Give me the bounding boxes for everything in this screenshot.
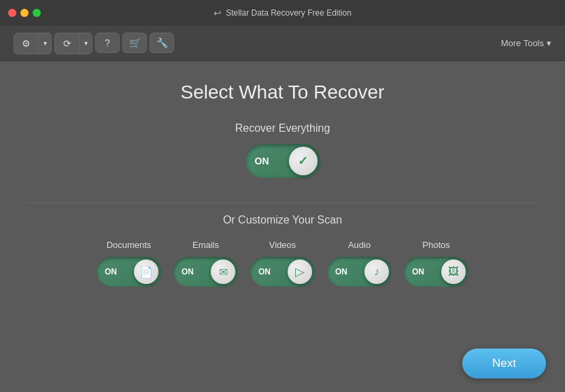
help-button[interactable]: ? <box>95 33 120 53</box>
audio-toggle-label: ON <box>335 267 347 277</box>
traffic-lights <box>8 9 41 17</box>
documents-toggle-knob: 📄 <box>134 260 158 284</box>
photos-icon: 🖼 <box>448 266 459 278</box>
checkmark-icon: ✓ <box>298 154 308 168</box>
cart-button[interactable]: 🛒 <box>122 33 147 53</box>
title-bar-center: ↩ Stellar Data Recovery Free Edition <box>213 7 352 18</box>
category-audio: Audio ON ♪ <box>327 240 392 287</box>
category-photos: Photos ON 🖼 <box>404 240 468 287</box>
cart-icon: 🛒 <box>129 37 141 48</box>
gear-button-group[interactable]: ⚙ ▾ <box>14 33 52 54</box>
photos-toggle-knob: 🖼 <box>441 260 466 284</box>
history-button[interactable]: ⟳ <box>55 33 80 54</box>
emails-toggle[interactable]: ON ✉ <box>173 257 238 287</box>
emails-icon: ✉ <box>219 266 228 279</box>
categories-row: Documents ON 📄 Emails ON ✉ Videos ON <box>97 240 468 287</box>
divider <box>27 202 538 203</box>
minimize-button[interactable] <box>20 9 29 17</box>
category-documents-label: Documents <box>107 240 152 250</box>
history-dropdown-arrow[interactable]: ▾ <box>80 33 92 54</box>
page-title: Select What To Recover <box>181 82 385 103</box>
toolbar-right: More Tools ▾ <box>501 38 551 48</box>
videos-toggle-label: ON <box>258 267 271 277</box>
recover-toggle[interactable]: ON ✓ <box>245 144 320 178</box>
next-button[interactable]: Next <box>462 349 546 378</box>
documents-toggle-label: ON <box>105 267 117 277</box>
title-bar-icon: ↩ <box>213 7 222 18</box>
gear-button[interactable]: ⚙ <box>14 33 39 54</box>
gear-arrow-icon: ▾ <box>44 39 47 47</box>
wrench-icon: 🔧 <box>156 37 168 48</box>
customize-label: Or Customize Your Scan <box>223 214 342 226</box>
help-icon: ? <box>105 37 110 48</box>
gear-icon: ⚙ <box>22 38 31 49</box>
recover-toggle-label: ON <box>255 156 269 166</box>
category-emails-label: Emails <box>192 240 219 250</box>
gear-dropdown-arrow[interactable]: ▾ <box>39 33 51 54</box>
audio-toggle[interactable]: ON ♪ <box>327 257 392 287</box>
audio-toggle-knob: ♪ <box>364 260 389 284</box>
documents-icon: 📄 <box>139 266 153 279</box>
photos-toggle[interactable]: ON 🖼 <box>404 257 468 287</box>
recover-section: Recover Everything ON ✓ <box>235 122 330 178</box>
videos-icon: ▷ <box>295 264 305 279</box>
history-icon: ⟳ <box>63 38 71 49</box>
category-videos: Videos ON ▷ <box>250 240 315 287</box>
history-arrow-icon: ▾ <box>84 39 88 47</box>
photos-toggle-label: ON <box>412 267 424 277</box>
recover-label: Recover Everything <box>235 122 330 135</box>
category-documents: Documents ON 📄 <box>97 240 161 287</box>
toolbar: ⚙ ▾ ⟳ ▾ ? 🛒 🔧 More T <box>0 26 565 61</box>
wrench-button[interactable]: 🔧 <box>150 33 174 53</box>
recover-toggle-knob: ✓ <box>289 147 318 175</box>
category-photos-label: Photos <box>422 240 449 250</box>
more-tools-button[interactable]: More Tools ▾ <box>501 38 551 48</box>
emails-toggle-knob: ✉ <box>211 260 235 284</box>
category-emails: Emails ON ✉ <box>173 240 238 287</box>
videos-toggle[interactable]: ON ▷ <box>250 257 315 287</box>
maximize-button[interactable] <box>33 9 41 17</box>
audio-icon: ♪ <box>374 266 379 278</box>
emails-toggle-label: ON <box>182 267 194 277</box>
category-videos-label: Videos <box>269 240 296 250</box>
toolbar-left: ⚙ ▾ ⟳ ▾ ? 🛒 🔧 <box>14 33 174 54</box>
documents-toggle[interactable]: ON 📄 <box>97 257 161 287</box>
more-tools-label: More Tools <box>501 38 544 48</box>
category-audio-label: Audio <box>348 240 371 250</box>
close-button[interactable] <box>8 9 16 17</box>
main-content: Select What To Recover Recover Everythin… <box>0 61 565 300</box>
title-bar: ↩ Stellar Data Recovery Free Edition <box>0 0 565 26</box>
videos-toggle-knob: ▷ <box>288 260 312 284</box>
more-tools-arrow-icon: ▾ <box>547 38 551 48</box>
title-bar-text: Stellar Data Recovery Free Edition <box>226 8 352 18</box>
history-button-group[interactable]: ⟳ ▾ <box>54 33 92 54</box>
